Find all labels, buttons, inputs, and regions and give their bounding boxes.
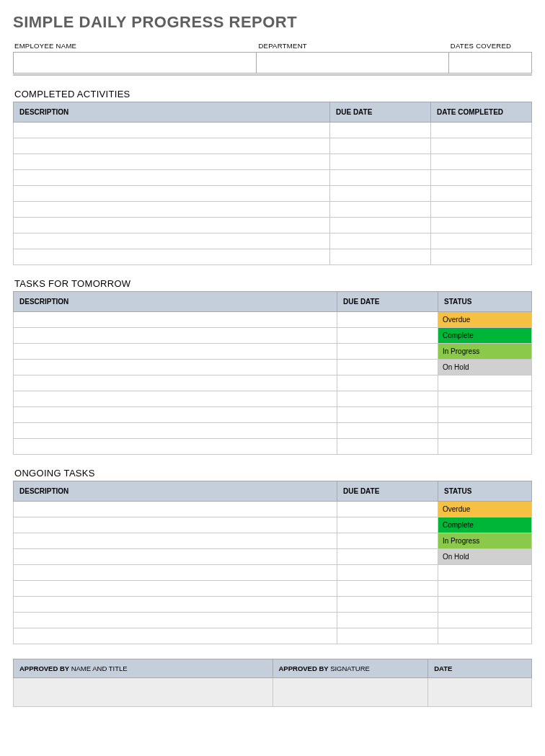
description-cell[interactable] [14,375,337,391]
description-cell[interactable] [14,628,337,644]
ongoing-tasks-table: DESCRIPTION DUE DATE STATUS OverdueCompl… [13,481,532,644]
due-date-cell[interactable] [337,613,438,628]
description-cell[interactable] [14,549,337,565]
department-input[interactable] [257,52,448,74]
table-row [14,249,532,265]
due-date-cell[interactable] [330,170,431,186]
description-cell[interactable] [14,202,330,218]
table-row [14,138,532,154]
due-date-cell[interactable] [330,218,431,234]
date-completed-cell[interactable] [431,202,532,218]
date-completed-cell[interactable] [431,218,532,234]
description-cell[interactable] [14,344,337,360]
description-cell[interactable] [14,502,337,517]
description-cell[interactable] [14,533,337,549]
table-row [14,154,532,170]
status-cell[interactable]: Overdue [438,502,532,517]
date-completed-cell[interactable] [431,234,532,249]
due-date-cell[interactable] [337,360,438,375]
description-cell[interactable] [14,565,337,581]
due-date-cell[interactable] [337,628,438,644]
status-cell[interactable]: Complete [438,517,532,533]
description-cell[interactable] [14,328,337,344]
due-date-cell[interactable] [337,423,438,439]
description-cell[interactable] [14,234,330,249]
employee-name-label: EMPLOYEE NAME [13,42,257,52]
description-cell[interactable] [14,154,330,170]
due-date-cell[interactable] [330,249,431,265]
due-date-cell[interactable] [337,312,438,328]
due-date-cell[interactable] [330,202,431,218]
description-cell[interactable] [14,423,337,439]
due-date-cell[interactable] [337,502,438,517]
description-cell[interactable] [14,170,330,186]
description-cell[interactable] [14,581,337,597]
status-cell[interactable] [438,581,532,597]
description-cell[interactable] [14,138,330,154]
meta-underline [13,74,532,76]
status-cell[interactable]: On Hold [438,549,532,565]
due-date-cell[interactable] [330,138,431,154]
status-cell[interactable]: On Hold [438,360,532,375]
description-cell[interactable] [14,249,330,265]
status-cell[interactable]: Overdue [438,312,532,328]
description-cell[interactable] [14,360,337,375]
due-date-cell[interactable] [337,344,438,360]
status-cell[interactable]: In Progress [438,344,532,360]
description-cell[interactable] [14,407,337,423]
status-cell[interactable] [438,439,532,455]
employee-name-input[interactable] [13,52,257,74]
approved-date-input[interactable] [428,678,532,707]
due-date-cell[interactable] [337,565,438,581]
description-cell[interactable] [14,597,337,613]
due-date-cell[interactable] [337,391,438,407]
date-completed-cell[interactable] [431,170,532,186]
due-date-cell[interactable] [330,154,431,170]
due-date-cell[interactable] [337,533,438,549]
approved-by-name-input[interactable] [14,678,273,707]
date-completed-cell[interactable] [431,154,532,170]
due-date-cell[interactable] [337,328,438,344]
status-cell[interactable] [438,375,532,391]
status-cell[interactable] [438,407,532,423]
due-date-cell[interactable] [330,234,431,249]
description-cell[interactable] [14,613,337,628]
table-row: On Hold [14,549,532,565]
status-cell[interactable] [438,597,532,613]
description-cell[interactable] [14,186,330,202]
table-row [14,439,532,455]
status-cell[interactable] [438,628,532,644]
approval-footer-table: APPROVED BY NAME AND TITLE APPROVED BY S… [13,659,532,707]
description-cell[interactable] [14,391,337,407]
due-date-cell[interactable] [337,517,438,533]
due-date-cell[interactable] [337,597,438,613]
due-date-cell[interactable] [337,581,438,597]
due-date-cell[interactable] [330,123,431,138]
due-date-cell[interactable] [337,375,438,391]
description-cell[interactable] [14,218,330,234]
description-cell[interactable] [14,312,337,328]
dates-covered-input[interactable] [449,52,532,74]
date-completed-cell[interactable] [431,186,532,202]
date-completed-cell[interactable] [431,249,532,265]
due-date-cell[interactable] [337,407,438,423]
table-row: Overdue [14,502,532,517]
status-cell[interactable] [438,613,532,628]
due-date-cell[interactable] [337,549,438,565]
status-cell[interactable]: Complete [438,328,532,344]
status-cell[interactable] [438,565,532,581]
date-completed-cell[interactable] [431,123,532,138]
col-header-due-date: DUE DATE [330,102,431,123]
col-header-description: DESCRIPTION [14,292,337,312]
table-row [14,186,532,202]
description-cell[interactable] [14,517,337,533]
description-cell[interactable] [14,439,337,455]
due-date-cell[interactable] [330,186,431,202]
approved-by-signature-input[interactable] [272,678,428,707]
status-cell[interactable] [438,391,532,407]
date-completed-cell[interactable] [431,138,532,154]
status-cell[interactable] [438,423,532,439]
due-date-cell[interactable] [337,439,438,455]
status-cell[interactable]: In Progress [438,533,532,549]
description-cell[interactable] [14,123,330,138]
